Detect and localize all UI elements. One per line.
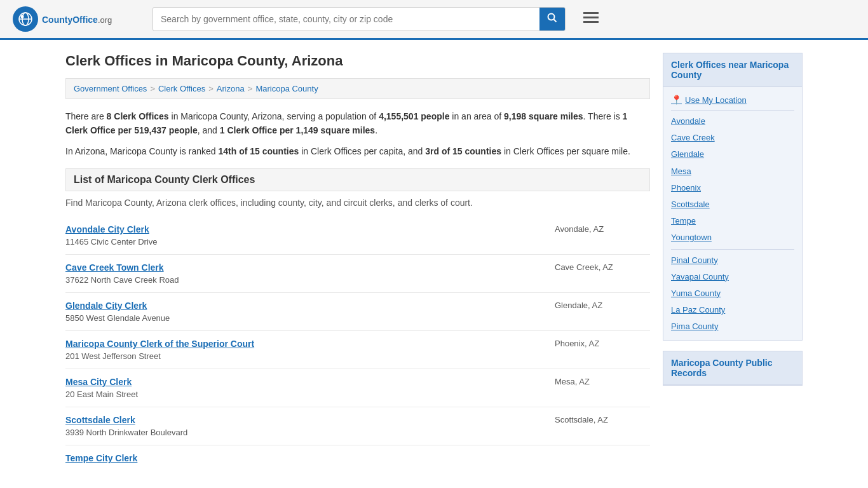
stats-paragraph-2: In Arizona, Maricopa County is ranked 14…	[65, 144, 650, 158]
list-section-heading: List of Maricopa County Clerk Offices	[65, 168, 650, 191]
sidebar-item-yuma-county[interactable]: Yuma County	[671, 285, 794, 302]
search-input[interactable]	[153, 9, 539, 29]
svg-point-5	[548, 14, 555, 20]
search-button[interactable]	[539, 8, 565, 30]
office-link-tempe[interactable]: Tempe City Clerk	[65, 453, 137, 463]
svg-rect-7	[583, 12, 599, 14]
sidebar-links: 📍 Use My Location Avondale Cave Creek Gl…	[663, 87, 802, 340]
svg-rect-9	[583, 21, 599, 23]
office-address: 3939 North Drinkwater Boulevard	[65, 428, 187, 437]
office-link-glendale[interactable]: Glendale City Clerk	[65, 301, 147, 311]
office-city: Mesa, AZ	[555, 377, 650, 386]
clerk-offices-count: 8 Clerk Offices	[107, 111, 169, 121]
office-link-avondale-city[interactable]: Avondale City Clerk	[65, 224, 149, 234]
menu-button[interactable]	[578, 8, 604, 30]
rank2: 3rd of 15 counties	[425, 146, 501, 156]
office-city: Glendale, AZ	[555, 301, 650, 310]
header: CountyOffice.org	[0, 0, 868, 40]
breadcrumb-maricopa[interactable]: Maricopa County	[255, 84, 318, 93]
sidebar-item-pima-county[interactable]: Pima County	[671, 318, 794, 335]
stats-paragraph-1: There are 8 Clerk Offices in Maricopa Co…	[65, 109, 650, 138]
office-address: 5850 West Glendale Avenue	[65, 313, 170, 323]
office-city: Phoenix, AZ	[555, 339, 650, 348]
office-link-scottsdale[interactable]: Scottsdale Clerk	[65, 415, 135, 425]
office-link-mesa[interactable]: Mesa City Clerk	[65, 377, 132, 387]
list-item: Maricopa County Clerk of the Superior Co…	[65, 331, 650, 369]
page-title: Clerk Offices in Maricopa County, Arizon…	[65, 53, 650, 69]
sidebar-nearby-section: Clerk Offices near Maricopa County 📍 Use…	[663, 53, 803, 341]
breadcrumb-gov-offices[interactable]: Government Offices	[74, 84, 147, 93]
svg-line-6	[554, 20, 557, 22]
list-item: Mesa City Clerk 20 East Main Street Mesa…	[65, 369, 650, 407]
svg-rect-8	[583, 17, 599, 18]
sidebar-item-mesa[interactable]: Mesa	[671, 163, 794, 180]
list-item: Tempe City Clerk	[65, 445, 650, 473]
content-area: Clerk Offices in Maricopa County, Arizon…	[65, 53, 650, 473]
office-address: 37622 North Cave Creek Road	[65, 275, 179, 285]
list-section-desc: Find Maricopa County, Arizona clerk offi…	[65, 198, 650, 208]
office-city: Scottsdale, AZ	[555, 415, 650, 424]
sidebar-item-avondale[interactable]: Avondale	[671, 113, 794, 130]
population: 4,155,501 people	[379, 111, 449, 121]
rank1: 14th of 15 counties	[218, 146, 299, 156]
office-address: 201 West Jefferson Street	[65, 351, 254, 361]
sidebar-nearby-title: Clerk Offices near Maricopa County	[663, 53, 802, 87]
sidebar-item-yavapai-county[interactable]: Yavapai County	[671, 269, 794, 285]
list-item: Glendale City Clerk 5850 West Glendale A…	[65, 293, 650, 331]
list-item: Cave Creek Town Clerk 37622 North Cave C…	[65, 255, 650, 293]
sidebar-divider-2	[671, 249, 794, 250]
sidebar-records-section: Maricopa County Public Records	[663, 351, 803, 386]
location-icon: 📍	[671, 95, 682, 105]
sidebar-item-pinal-county[interactable]: Pinal County	[671, 252, 794, 269]
offices-list: Avondale City Clerk 11465 Civic Center D…	[65, 217, 650, 473]
office-city: Cave Creek, AZ	[555, 262, 650, 272]
search-bar	[153, 7, 566, 31]
svg-point-4	[21, 15, 24, 18]
office-city: Avondale, AZ	[555, 224, 650, 234]
sidebar-item-la-paz-county[interactable]: La Paz County	[671, 302, 794, 318]
breadcrumb-clerk-offices[interactable]: Clerk Offices	[158, 84, 205, 93]
list-item: Avondale City Clerk 11465 Civic Center D…	[65, 217, 650, 255]
office-link-maricopa-superior[interactable]: Maricopa County Clerk of the Superior Co…	[65, 339, 254, 349]
sidebar-item-tempe[interactable]: Tempe	[671, 213, 794, 229]
sidebar: Clerk Offices near Maricopa County 📍 Use…	[663, 53, 803, 473]
logo-text: CountyOffice.org	[42, 13, 112, 26]
sidebar-divider	[671, 110, 794, 111]
area: 9,198 square miles	[504, 111, 583, 121]
office-address: 20 East Main Street	[65, 390, 138, 399]
main-container: Clerk Offices in Maricopa County, Arizon…	[53, 40, 815, 486]
breadcrumb-arizona[interactable]: Arizona	[217, 84, 245, 93]
use-my-location[interactable]: 📍 Use My Location	[671, 92, 794, 107]
office-address: 11465 Civic Center Drive	[65, 237, 158, 247]
sidebar-item-cave-creek[interactable]: Cave Creek	[671, 130, 794, 146]
office-link-cave-creek[interactable]: Cave Creek Town Clerk	[65, 262, 164, 273]
sidebar-records-title: Maricopa County Public Records	[663, 351, 802, 385]
sidebar-item-youngtown[interactable]: Youngtown	[671, 229, 794, 246]
logo: CountyOffice.org	[13, 6, 140, 32]
logo-icon	[13, 6, 38, 32]
breadcrumb: Government Offices > Clerk Offices > Ari…	[65, 78, 650, 99]
list-item: Scottsdale Clerk 3939 North Drinkwater B…	[65, 407, 650, 445]
sidebar-item-phoenix[interactable]: Phoenix	[671, 180, 794, 196]
per-sqmile: 1 Clerk Office per 1,149 square miles	[220, 125, 375, 135]
sidebar-item-scottsdale[interactable]: Scottsdale	[671, 196, 794, 213]
sidebar-item-glendale[interactable]: Glendale	[671, 146, 794, 163]
